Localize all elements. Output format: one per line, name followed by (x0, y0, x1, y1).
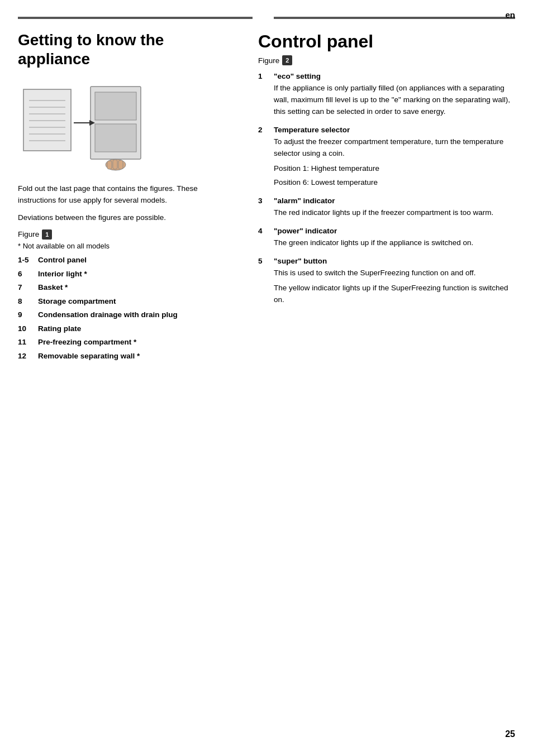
list-item: 1-5Control panel (18, 255, 236, 266)
list-item: 12Removable separating wall * (18, 351, 236, 362)
svg-rect-10 (95, 92, 136, 120)
svg-rect-16 (113, 160, 117, 169)
item-num: 8 (18, 296, 34, 307)
cp-item: 2 Temperature selector To adjust the fre… (258, 126, 515, 189)
top-bar-right (274, 17, 515, 19)
left-body2: Deviations between the figures are possi… (18, 212, 236, 224)
page-number: 25 (505, 729, 515, 739)
cp-item-body: The green indicator lights up if the app… (274, 237, 515, 249)
right-items-list: 1 "eco" setting If the appliance is only… (258, 72, 515, 305)
item-num: 11 (18, 337, 34, 348)
cp-item-sub: Position 6: Lowest temperature (274, 177, 515, 189)
right-title: Control panel (258, 31, 515, 52)
cp-item-label: "eco" setting (274, 72, 321, 80)
lang-tag: en (505, 10, 515, 20)
cp-item-body2: The yellow indicator lights up if the Su… (274, 283, 515, 306)
item-num: 7 (18, 282, 34, 293)
left-title: Getting to know the appliance (18, 31, 236, 68)
left-column: Getting to know the appliance (18, 31, 253, 364)
item-label: Interior light * (38, 269, 87, 280)
not-available-note: * Not available on all models (18, 242, 236, 250)
cp-item: 4 "power" indicator The green indicator … (258, 227, 515, 249)
cp-item-num: 5 (258, 257, 269, 265)
cp-item-header: 3 "alarm" indicator (258, 197, 515, 205)
item-label: Basket * (38, 282, 68, 293)
item-label: Control panel (38, 255, 87, 266)
cp-item-header: 1 "eco" setting (258, 72, 515, 80)
cp-item-body: The red indicator lights up if the freez… (274, 207, 515, 219)
cp-item-label: "alarm" indicator (274, 197, 335, 205)
svg-rect-0 (23, 89, 71, 151)
fig-badge-2: 2 (282, 55, 292, 65)
top-bar-left (18, 17, 253, 19)
svg-rect-17 (118, 160, 123, 169)
cp-item-num: 4 (258, 227, 269, 235)
left-figure-label: Figure 1 (18, 229, 236, 240)
item-num: 6 (18, 269, 34, 280)
item-num: 1-5 (18, 255, 34, 266)
cp-item-header: 4 "power" indicator (258, 227, 515, 235)
cp-item: 3 "alarm" indicator The red indicator li… (258, 197, 515, 219)
item-num: 9 (18, 309, 34, 320)
appliance-image (18, 78, 163, 173)
cp-item-header: 2 Temperature selector (258, 126, 515, 134)
item-num: 12 (18, 351, 34, 362)
cp-item-num: 3 (258, 197, 269, 205)
left-body1: Fold out the last page that contains the… (18, 183, 236, 207)
right-figure-label: Figure 2 (258, 55, 515, 65)
cp-item-label: "power" indicator (274, 227, 337, 235)
svg-rect-11 (95, 124, 136, 152)
item-label: Rating plate (38, 323, 81, 334)
list-item: 6Interior light * (18, 269, 236, 280)
fig-badge-1: 1 (42, 229, 52, 240)
cp-item-label: Temperature selector (274, 126, 350, 134)
item-label: Removable separating wall * (38, 351, 140, 362)
cp-item-num: 1 (258, 72, 269, 80)
cp-item-body: This is used to switch the SuperFreezing… (274, 267, 515, 279)
item-label: Pre-freezing compartment * (38, 337, 136, 348)
list-item: 9Condensation drainage with drain plug (18, 309, 236, 320)
svg-rect-15 (107, 161, 112, 169)
list-item: 7Basket * (18, 282, 236, 293)
cp-item: 1 "eco" setting If the appliance is only… (258, 72, 515, 118)
cp-item-header: 5 "super" button (258, 257, 515, 265)
list-item: 11Pre-freezing compartment * (18, 337, 236, 348)
cp-item-body: If the appliance is only partially fille… (274, 83, 515, 118)
cp-item-sub: Position 1: Highest temperature (274, 163, 515, 175)
cp-item-num: 2 (258, 126, 269, 134)
list-item: 8Storage compartment (18, 296, 236, 307)
item-label: Condensation drainage with drain plug (38, 309, 178, 320)
item-num: 10 (18, 323, 34, 334)
cp-item-label: "super" button (274, 257, 327, 265)
cp-item-body: To adjust the freezer compartment temper… (274, 136, 515, 160)
item-label: Storage compartment (38, 296, 116, 307)
right-column: Control panel Figure 2 1 "eco" setting I… (253, 31, 515, 364)
left-items-list: 1-5Control panel6Interior light *7Basket… (18, 255, 236, 362)
list-item: 10Rating plate (18, 323, 236, 334)
cp-item: 5 "super" button This is used to switch … (258, 257, 515, 306)
